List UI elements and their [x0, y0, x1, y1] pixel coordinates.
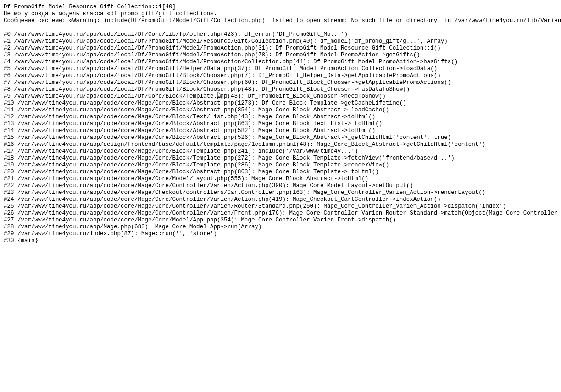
trace-line: #16 /var/www/time4you.ru/app/design/fron…: [4, 141, 557, 148]
error-message-line: Не могу создать модель класса «df_promo_…: [4, 11, 557, 17]
trace-line: #27 /var/www/time4you.ru/app/code/core/M…: [4, 217, 557, 224]
trace-line: #28 /var/www/time4you.ru/app/Mage.php(68…: [4, 224, 557, 231]
trace-line: #3 /var/www/time4you.ru/app/code/local/D…: [4, 52, 557, 59]
stack-trace-block: #0 /var/www/time4you.ru/app/code/local/D…: [4, 31, 557, 244]
trace-line: #11 /var/www/time4you.ru/app/code/core/M…: [4, 107, 557, 114]
trace-line: #8 /var/www/time4you.ru/app/code/local/D…: [4, 86, 557, 93]
trace-line: #26 /var/www/time4you.ru/app/code/core/M…: [4, 210, 557, 217]
trace-line: #4 /var/www/time4you.ru/app/code/local/D…: [4, 59, 557, 66]
trace-line: #18 /var/www/time4you.ru/app/code/core/M…: [4, 155, 557, 162]
trace-line: #1 /var/www/time4you.ru/app/code/local/D…: [4, 38, 557, 45]
trace-line: #19 /var/www/time4you.ru/app/code/core/M…: [4, 162, 557, 169]
trace-line: #22 /var/www/time4you.ru/app/code/core/M…: [4, 182, 557, 189]
trace-line: #0 /var/www/time4you.ru/app/code/local/D…: [4, 31, 557, 38]
trace-line: #20 /var/www/time4you.ru/app/code/core/M…: [4, 169, 557, 176]
error-system-message-line: Сообщение системы: «Warning: include(Df/…: [4, 17, 557, 24]
trace-line: #7 /var/www/time4you.ru/app/code/local/D…: [4, 79, 557, 86]
trace-line: #21 /var/www/time4you.ru/app/code/core/M…: [4, 176, 557, 182]
error-header-block: Df_PromoGift_Model_Resource_Gift_Collect…: [4, 4, 557, 24]
trace-line: #13 /var/www/time4you.ru/app/code/core/M…: [4, 121, 557, 127]
trace-line: #15 /var/www/time4you.ru/app/code/core/M…: [4, 134, 557, 141]
trace-line: #30 {main}: [4, 237, 557, 244]
error-class-line: Df_PromoGift_Model_Resource_Gift_Collect…: [4, 4, 557, 11]
trace-line: #24 /var/www/time4you.ru/app/code/core/M…: [4, 196, 557, 203]
trace-line: #29 /var/www/time4you.ru/index.php(87): …: [4, 231, 557, 237]
trace-line: #5 /var/www/time4you.ru/app/code/local/D…: [4, 66, 557, 72]
trace-line: #2 /var/www/time4you.ru/app/code/local/D…: [4, 45, 557, 52]
trace-line: #23 /var/www/time4you.ru/app/code/core/M…: [4, 189, 557, 196]
trace-line: #9 /var/www/time4you.ru/app/code/local/D…: [4, 93, 557, 100]
trace-line: #6 /var/www/time4you.ru/app/code/local/D…: [4, 72, 557, 79]
trace-line: #10 /var/www/time4you.ru/app/code/core/M…: [4, 100, 557, 107]
trace-line: #14 /var/www/time4you.ru/app/code/core/M…: [4, 127, 557, 134]
trace-line: #17 /var/www/time4you.ru/app/code/core/M…: [4, 148, 557, 155]
trace-line: #12 /var/www/time4you.ru/app/code/core/M…: [4, 114, 557, 121]
error-dump: Df_PromoGift_Model_Resource_Gift_Collect…: [4, 4, 557, 244]
trace-line: #25 /var/www/time4you.ru/app/code/core/M…: [4, 203, 557, 210]
